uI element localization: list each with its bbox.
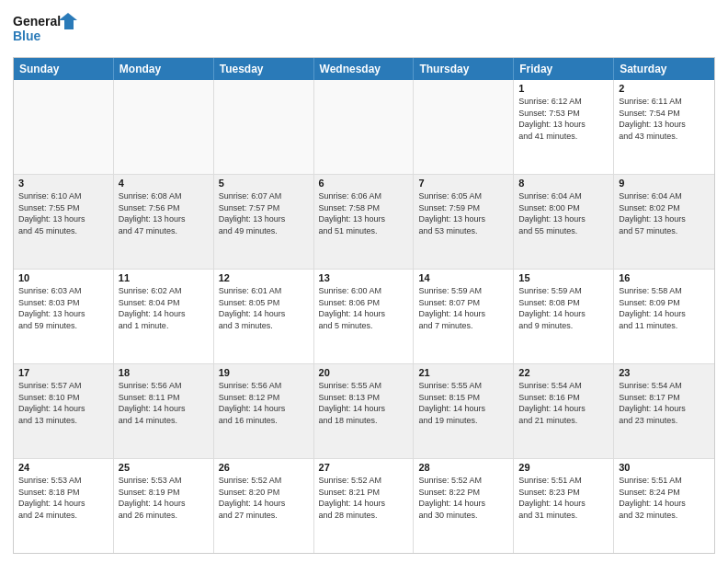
- cal-cell-22-3-5: 22Sunrise: 5:54 AMSunset: 8:16 PMDayligh…: [514, 364, 614, 458]
- page: General Blue SundayMondayTuesdayWednesda…: [0, 0, 728, 563]
- cell-info-3: Sunrise: 6:10 AMSunset: 7:55 PMDaylight:…: [18, 190, 108, 236]
- calendar-body: 1Sunrise: 6:12 AMSunset: 7:53 PMDaylight…: [14, 80, 714, 553]
- cal-cell-20-3-3: 20Sunrise: 5:55 AMSunset: 8:13 PMDayligh…: [314, 364, 415, 458]
- day-number-18: 18: [119, 367, 209, 378]
- cal-cell-30-4-6: 30Sunrise: 5:51 AMSunset: 8:24 PMDayligh…: [614, 459, 714, 553]
- cal-cell-19-3-2: 19Sunrise: 5:56 AMSunset: 8:12 PMDayligh…: [214, 364, 314, 458]
- header-day-saturday: Saturday: [614, 58, 714, 80]
- svg-text:General: General: [13, 14, 61, 29]
- day-number-24: 24: [18, 462, 108, 473]
- cal-cell-5-1-2: 5Sunrise: 6:07 AMSunset: 7:57 PMDaylight…: [214, 175, 314, 269]
- day-number-7: 7: [418, 178, 508, 189]
- day-number-14: 14: [418, 272, 508, 283]
- cell-info-10: Sunrise: 6:03 AMSunset: 8:03 PMDaylight:…: [18, 285, 108, 331]
- header: General Blue: [13, 9, 715, 50]
- cell-info-25: Sunrise: 5:53 AMSunset: 8:19 PMDaylight:…: [119, 475, 209, 521]
- cal-cell-empty-0-0: [14, 80, 114, 174]
- cell-info-17: Sunrise: 5:57 AMSunset: 8:10 PMDaylight:…: [18, 380, 108, 426]
- calendar: SundayMondayTuesdayWednesdayThursdayFrid…: [13, 57, 715, 554]
- cal-cell-3-1-0: 3Sunrise: 6:10 AMSunset: 7:55 PMDaylight…: [14, 175, 114, 269]
- cell-info-11: Sunrise: 6:02 AMSunset: 8:04 PMDaylight:…: [119, 285, 209, 331]
- cal-cell-4-1-1: 4Sunrise: 6:08 AMSunset: 7:56 PMDaylight…: [114, 175, 214, 269]
- cal-cell-6-1-3: 6Sunrise: 6:06 AMSunset: 7:58 PMDaylight…: [314, 175, 415, 269]
- logo-svg: General Blue: [13, 9, 77, 50]
- day-number-9: 9: [619, 178, 710, 189]
- cell-info-12: Sunrise: 6:01 AMSunset: 8:05 PMDaylight:…: [219, 285, 309, 331]
- cal-cell-16-2-6: 16Sunrise: 5:58 AMSunset: 8:09 PMDayligh…: [614, 270, 714, 363]
- calendar-row-0: 1Sunrise: 6:12 AMSunset: 7:53 PMDaylight…: [14, 80, 714, 174]
- day-number-5: 5: [219, 178, 309, 189]
- cell-info-14: Sunrise: 5:59 AMSunset: 8:07 PMDaylight:…: [418, 285, 508, 331]
- cell-info-26: Sunrise: 5:52 AMSunset: 8:20 PMDaylight:…: [219, 475, 309, 521]
- svg-marker-2: [59, 13, 77, 29]
- header-day-wednesday: Wednesday: [314, 58, 415, 80]
- cell-info-23: Sunrise: 5:54 AMSunset: 8:17 PMDaylight:…: [619, 380, 710, 426]
- cal-cell-27-4-3: 27Sunrise: 5:52 AMSunset: 8:21 PMDayligh…: [314, 459, 415, 553]
- cell-info-30: Sunrise: 5:51 AMSunset: 8:24 PMDaylight:…: [619, 475, 710, 521]
- day-number-17: 17: [18, 367, 108, 378]
- day-number-12: 12: [219, 272, 309, 283]
- cell-info-24: Sunrise: 5:53 AMSunset: 8:18 PMDaylight:…: [18, 475, 108, 521]
- day-number-30: 30: [619, 462, 710, 473]
- cell-info-8: Sunrise: 6:04 AMSunset: 8:00 PMDaylight:…: [518, 190, 609, 236]
- cell-info-4: Sunrise: 6:08 AMSunset: 7:56 PMDaylight:…: [119, 190, 209, 236]
- cell-info-28: Sunrise: 5:52 AMSunset: 8:22 PMDaylight:…: [418, 475, 508, 521]
- cal-cell-empty-0-4: [414, 80, 514, 174]
- cal-cell-10-2-0: 10Sunrise: 6:03 AMSunset: 8:03 PMDayligh…: [14, 270, 114, 363]
- calendar-row-2: 10Sunrise: 6:03 AMSunset: 8:03 PMDayligh…: [14, 269, 714, 363]
- day-number-6: 6: [319, 178, 409, 189]
- cell-info-6: Sunrise: 6:06 AMSunset: 7:58 PMDaylight:…: [319, 190, 409, 236]
- cell-info-19: Sunrise: 5:56 AMSunset: 8:12 PMDaylight:…: [219, 380, 309, 426]
- header-day-sunday: Sunday: [14, 58, 114, 80]
- cell-info-27: Sunrise: 5:52 AMSunset: 8:21 PMDaylight:…: [319, 475, 409, 521]
- cal-cell-15-2-5: 15Sunrise: 5:59 AMSunset: 8:08 PMDayligh…: [514, 270, 614, 363]
- day-number-29: 29: [518, 462, 609, 473]
- cell-info-9: Sunrise: 6:04 AMSunset: 8:02 PMDaylight:…: [619, 190, 710, 236]
- cell-info-29: Sunrise: 5:51 AMSunset: 8:23 PMDaylight:…: [518, 475, 609, 521]
- day-number-20: 20: [319, 367, 409, 378]
- cell-info-20: Sunrise: 5:55 AMSunset: 8:13 PMDaylight:…: [319, 380, 409, 426]
- cal-cell-empty-0-3: [314, 80, 415, 174]
- cal-cell-12-2-2: 12Sunrise: 6:01 AMSunset: 8:05 PMDayligh…: [214, 270, 314, 363]
- svg-text:Blue: Blue: [13, 29, 41, 43]
- cal-cell-29-4-5: 29Sunrise: 5:51 AMSunset: 8:23 PMDayligh…: [514, 459, 614, 553]
- calendar-row-3: 17Sunrise: 5:57 AMSunset: 8:10 PMDayligh…: [14, 363, 714, 458]
- cal-cell-13-2-3: 13Sunrise: 6:00 AMSunset: 8:06 PMDayligh…: [314, 270, 415, 363]
- day-number-25: 25: [119, 462, 209, 473]
- day-number-1: 1: [518, 83, 609, 94]
- cell-info-1: Sunrise: 6:12 AMSunset: 7:53 PMDaylight:…: [518, 96, 609, 142]
- day-number-10: 10: [18, 272, 108, 283]
- cal-cell-empty-0-1: [114, 80, 214, 174]
- cal-cell-11-2-1: 11Sunrise: 6:02 AMSunset: 8:04 PMDayligh…: [114, 270, 214, 363]
- cal-cell-9-1-6: 9Sunrise: 6:04 AMSunset: 8:02 PMDaylight…: [614, 175, 714, 269]
- calendar-row-1: 3Sunrise: 6:10 AMSunset: 7:55 PMDaylight…: [14, 174, 714, 269]
- cal-cell-23-3-6: 23Sunrise: 5:54 AMSunset: 8:17 PMDayligh…: [614, 364, 714, 458]
- cell-info-5: Sunrise: 6:07 AMSunset: 7:57 PMDaylight:…: [219, 190, 309, 236]
- day-number-21: 21: [418, 367, 508, 378]
- cal-cell-1-0-5: 1Sunrise: 6:12 AMSunset: 7:53 PMDaylight…: [514, 80, 614, 174]
- cal-cell-8-1-5: 8Sunrise: 6:04 AMSunset: 8:00 PMDaylight…: [514, 175, 614, 269]
- cal-cell-26-4-2: 26Sunrise: 5:52 AMSunset: 8:20 PMDayligh…: [214, 459, 314, 553]
- cal-cell-24-4-0: 24Sunrise: 5:53 AMSunset: 8:18 PMDayligh…: [14, 459, 114, 553]
- day-number-15: 15: [518, 272, 609, 283]
- cell-info-16: Sunrise: 5:58 AMSunset: 8:09 PMDaylight:…: [619, 285, 710, 331]
- calendar-header: SundayMondayTuesdayWednesdayThursdayFrid…: [14, 58, 714, 80]
- cell-info-21: Sunrise: 5:55 AMSunset: 8:15 PMDaylight:…: [418, 380, 508, 426]
- day-number-11: 11: [119, 272, 209, 283]
- cal-cell-7-1-4: 7Sunrise: 6:05 AMSunset: 7:59 PMDaylight…: [414, 175, 514, 269]
- day-number-16: 16: [619, 272, 710, 283]
- cell-info-13: Sunrise: 6:00 AMSunset: 8:06 PMDaylight:…: [319, 285, 409, 331]
- cell-info-22: Sunrise: 5:54 AMSunset: 8:16 PMDaylight:…: [518, 380, 609, 426]
- day-number-13: 13: [319, 272, 409, 283]
- day-number-22: 22: [518, 367, 609, 378]
- header-day-friday: Friday: [514, 58, 614, 80]
- cell-info-18: Sunrise: 5:56 AMSunset: 8:11 PMDaylight:…: [119, 380, 209, 426]
- cal-cell-empty-0-2: [214, 80, 314, 174]
- calendar-row-4: 24Sunrise: 5:53 AMSunset: 8:18 PMDayligh…: [14, 458, 714, 553]
- cell-info-15: Sunrise: 5:59 AMSunset: 8:08 PMDaylight:…: [518, 285, 609, 331]
- cal-cell-21-3-4: 21Sunrise: 5:55 AMSunset: 8:15 PMDayligh…: [414, 364, 514, 458]
- logo: General Blue: [13, 9, 77, 50]
- cell-info-7: Sunrise: 6:05 AMSunset: 7:59 PMDaylight:…: [418, 190, 508, 236]
- day-number-28: 28: [418, 462, 508, 473]
- header-day-monday: Monday: [114, 58, 214, 80]
